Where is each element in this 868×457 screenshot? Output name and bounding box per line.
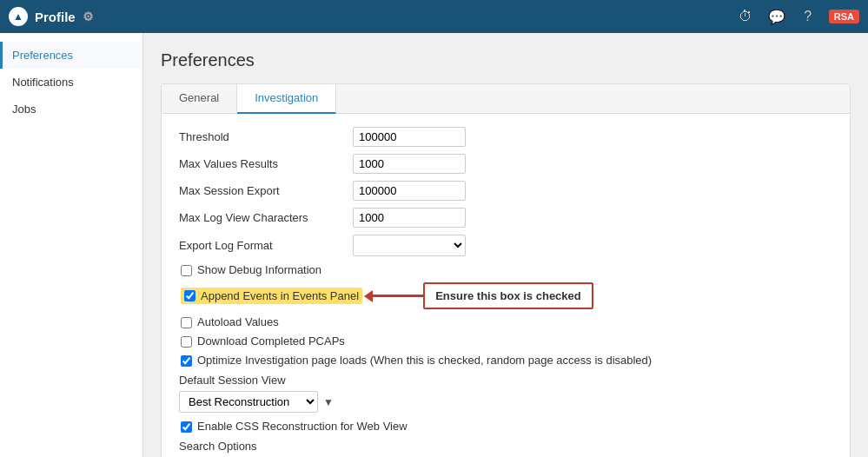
- checkbox-enable-css[interactable]: [181, 421, 192, 433]
- label-autoload-values: Autoload Values: [197, 315, 279, 328]
- select-default-session[interactable]: Best Reconstruction Text Packet: [179, 391, 318, 413]
- chat-icon[interactable]: 💬: [766, 6, 787, 27]
- input-max-log[interactable]: [353, 208, 466, 228]
- sidebar-label-preferences: Preferences: [12, 49, 73, 62]
- checkbox-row-enable-css: Enable CSS Reconstruction for Web View: [179, 420, 832, 433]
- sidebar-item-jobs[interactable]: Jobs: [0, 96, 142, 123]
- sidebar-label-notifications: Notifications: [12, 76, 74, 89]
- form-row-max-log: Max Log View Characters: [179, 208, 832, 228]
- checkbox-append-events[interactable]: [184, 290, 195, 301]
- label-show-debug: Show Debug Information: [197, 263, 321, 276]
- checkbox-autoload-values[interactable]: [181, 317, 192, 328]
- help-icon[interactable]: ?: [798, 6, 818, 27]
- label-enable-css: Enable CSS Reconstruction for Web View: [197, 420, 407, 433]
- checkbox-row-show-debug: Show Debug Information: [179, 263, 832, 276]
- tab-general-label: General: [179, 91, 219, 104]
- tab-investigation-label: Investigation: [255, 91, 318, 104]
- label-threshold: Threshold: [179, 130, 353, 143]
- form-row-max-values: Max Values Results: [179, 154, 832, 174]
- tab-investigation[interactable]: Investigation: [237, 84, 336, 114]
- label-max-session: Max Session Export: [179, 184, 353, 197]
- app-title: Profile: [35, 10, 76, 24]
- label-download-pcaps: Download Completed PCAPs: [197, 334, 345, 348]
- input-threshold[interactable]: [353, 127, 466, 147]
- sidebar-item-preferences[interactable]: Preferences: [0, 42, 142, 69]
- session-view-row: Best Reconstruction Text Packet ▼: [179, 391, 832, 413]
- annotation-inner: Append Events in Events Panel: [181, 288, 362, 304]
- input-max-values[interactable]: [353, 154, 466, 174]
- sidebar: Preferences Notifications Jobs: [0, 33, 143, 457]
- sidebar-item-notifications[interactable]: Notifications: [0, 69, 142, 96]
- page-title: Preferences: [161, 50, 851, 70]
- clock-icon[interactable]: ⏱: [735, 6, 756, 27]
- top-bar: ▲ Profile ⚙ ⏱ 💬 ? RSA: [0, 0, 868, 33]
- tabs-header: General Investigation: [162, 84, 850, 114]
- session-view-arrow: ▼: [323, 396, 334, 408]
- search-options-label: Search Options: [179, 440, 832, 453]
- checkbox-download-pcaps[interactable]: [181, 336, 192, 348]
- input-max-session[interactable]: [353, 181, 466, 201]
- annotation-arrow: Ensure this box is checked: [371, 282, 593, 309]
- checkbox-row-download-pcaps: Download Completed PCAPs: [179, 334, 832, 348]
- top-bar-right: ⏱ 💬 ? RSA: [735, 6, 859, 27]
- top-bar-left: ▲ Profile ⚙: [9, 7, 94, 26]
- tab-content-investigation: Threshold Max Values Results Max Session…: [162, 114, 850, 457]
- checkbox-show-debug[interactable]: [181, 265, 192, 276]
- main-layout: Preferences Notifications Jobs Preferenc…: [0, 33, 868, 457]
- checkbox-row-optimize: Optimize Investigation page loads (When …: [179, 354, 832, 367]
- select-export-format[interactable]: CSV XML JSON: [353, 235, 466, 256]
- tab-general[interactable]: General: [162, 84, 237, 113]
- rsa-badge: RSA: [829, 10, 859, 23]
- tabs-container: General Investigation Threshold Max Valu…: [161, 83, 851, 457]
- label-max-values: Max Values Results: [179, 157, 353, 170]
- form-row-max-session: Max Session Export: [179, 181, 832, 201]
- arrow-line: [371, 295, 423, 297]
- annotation-container-append-events: Append Events in Events Panel Ensure thi…: [179, 282, 832, 309]
- checkbox-row-autoload: Autoload Values: [179, 315, 832, 328]
- content-area: Preferences General Investigation Thresh…: [143, 33, 868, 457]
- label-export-format: Export Log Format: [179, 239, 353, 252]
- checkbox-optimize-investigation[interactable]: [181, 355, 192, 367]
- label-max-log: Max Log View Characters: [179, 211, 353, 224]
- form-row-export-format: Export Log Format CSV XML JSON: [179, 235, 832, 256]
- sidebar-label-jobs: Jobs: [12, 103, 36, 116]
- user-icon: ▲: [9, 7, 28, 26]
- top-settings-icon[interactable]: ⚙: [83, 10, 94, 23]
- section-label-default-session: Default Session View: [179, 374, 832, 387]
- form-row-threshold: Threshold: [179, 127, 832, 147]
- callout-box: Ensure this box is checked: [423, 282, 593, 309]
- label-append-events: Append Events in Events Panel: [201, 289, 359, 302]
- label-optimize-investigation: Optimize Investigation page loads (When …: [197, 354, 652, 367]
